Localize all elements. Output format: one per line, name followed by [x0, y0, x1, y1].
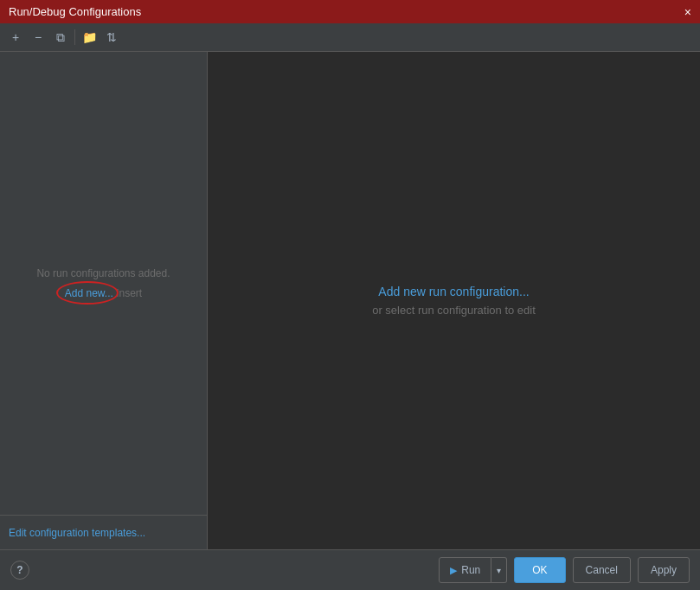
- add-new-run-config-link[interactable]: Add new run configuration...: [378, 285, 529, 298]
- folder-button[interactable]: 📁: [79, 27, 100, 48]
- close-button[interactable]: ×: [684, 6, 691, 18]
- run-label: Run: [461, 564, 480, 576]
- bottom-actions: ▶ Run ▾ OK Cancel Apply: [439, 557, 690, 583]
- main-content: No run configurations added. Add new... …: [0, 52, 700, 549]
- run-button-group: ▶ Run ▾: [439, 557, 507, 583]
- bottom-bar: ? ▶ Run ▾ OK Cancel Apply: [0, 549, 700, 590]
- apply-button[interactable]: Apply: [638, 557, 690, 583]
- title-bar: Run/Debug Configurations ×: [0, 0, 700, 23]
- dialog-title: Run/Debug Configurations: [9, 5, 141, 18]
- ok-button[interactable]: OK: [514, 557, 565, 583]
- edit-templates-link[interactable]: Edit configuration templates...: [9, 527, 145, 539]
- run-button[interactable]: ▶ Run: [439, 557, 491, 583]
- right-panel-sub-text: or select run configuration to edit: [372, 304, 536, 317]
- add-configuration-button[interactable]: +: [5, 27, 26, 48]
- insert-text: Insert: [113, 287, 142, 299]
- left-panel: No run configurations added. Add new... …: [0, 52, 208, 549]
- run-dropdown-button[interactable]: ▾: [491, 557, 507, 583]
- sort-button[interactable]: ⇅: [101, 27, 122, 48]
- remove-configuration-button[interactable]: −: [28, 27, 48, 48]
- add-new-link[interactable]: Add new...: [65, 287, 113, 299]
- left-panel-content: No run configurations added. Add new... …: [0, 52, 207, 515]
- right-panel: Add new run configuration... or select r…: [208, 52, 700, 549]
- left-panel-footer: Edit configuration templates...: [0, 515, 207, 549]
- add-new-oval-highlight: Add new...: [65, 286, 113, 299]
- toolbar: + − ⧉ 📁 ⇅: [0, 23, 700, 52]
- cancel-button[interactable]: Cancel: [573, 557, 631, 583]
- help-button[interactable]: ?: [10, 561, 29, 580]
- toolbar-separator: [74, 29, 75, 45]
- run-icon: ▶: [450, 565, 457, 576]
- add-new-container: Add new... Insert: [65, 286, 142, 299]
- copy-configuration-button[interactable]: ⧉: [50, 27, 71, 48]
- no-config-text: No run configurations added.: [36, 267, 170, 279]
